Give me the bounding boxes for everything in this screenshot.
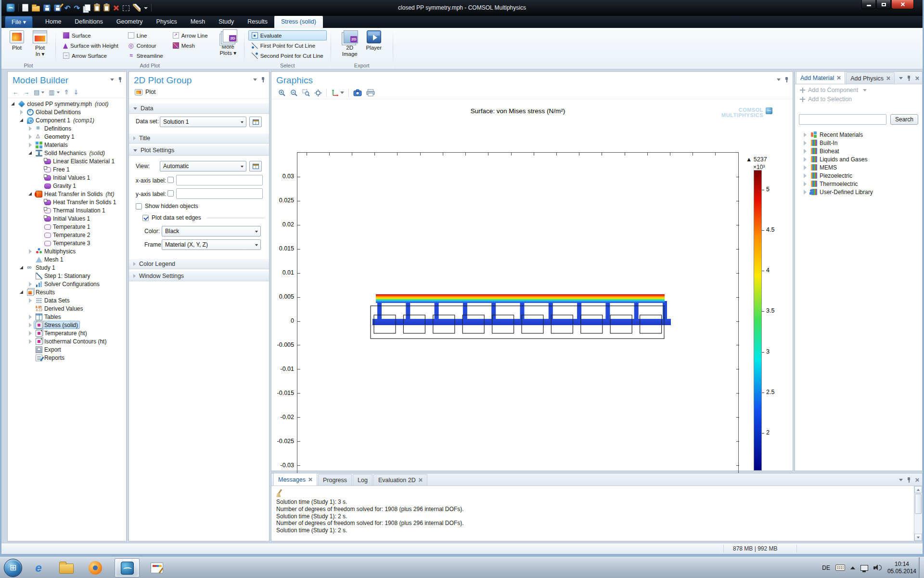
tree-item[interactable]: Thermal Insulation 1 [8,206,126,214]
save-icon[interactable] [43,4,51,12]
tree-item[interactable]: Initial Values 1 [8,173,126,182]
section-plot-settings[interactable]: Plot Settings [129,145,269,156]
show-menu-icon[interactable]: ▥ [49,89,54,96]
scrollbar-thumb[interactable] [915,494,922,514]
network-icon[interactable] [860,565,868,571]
panel-menu-icon[interactable] [110,79,114,81]
volume-icon[interactable] [873,565,882,571]
settings-plot-button[interactable]: Plot [129,87,269,99]
line-button[interactable]: Line [125,30,167,40]
panel-menu-icon[interactable] [777,79,781,81]
panel-menu-icon[interactable] [899,77,903,79]
tree-item[interactable]: Multiphysics [8,247,126,255]
zoom-extents-icon[interactable] [314,89,322,97]
tree-item[interactable]: Materials [8,141,126,149]
frame-combo[interactable]: Material (X, Y, Z) [162,239,261,250]
customize-toolbar-dropdown-icon[interactable] [144,7,148,9]
tab-messages[interactable]: Messages [273,473,317,486]
tree-item[interactable]: closed PP symmetry.mph(root) [8,100,126,108]
close-tab-icon[interactable] [836,76,841,80]
material-library-item[interactable]: MEMS [797,163,920,171]
taskbar-windows-explorer[interactable] [56,558,77,578]
expand-arrow-icon[interactable] [19,110,24,115]
expand-arrow-icon[interactable] [28,339,33,344]
show-hidden-checkbox[interactable] [136,203,142,210]
axis-orientation-icon[interactable] [331,89,344,97]
taskbar-paint[interactable] [146,558,167,578]
delete-icon[interactable] [113,5,119,11]
mesh-plot-button[interactable]: Mesh [169,40,211,51]
y-axis-label-checkbox[interactable] [167,190,174,197]
clock[interactable]: 10:14 05.05.2014 [887,561,916,575]
material-library-item[interactable]: Built-In [797,139,920,147]
expand-arrow-icon[interactable] [803,165,808,170]
view-button[interactable] [249,161,262,171]
pin-icon[interactable] [261,77,265,83]
data-set-table-button[interactable] [249,117,262,127]
first-point-cut-line-button[interactable]: First Point for Cut Line [248,40,327,51]
undo-icon[interactable]: ↶ [64,4,71,12]
start-button[interactable]: ⊞ [4,559,22,577]
tree-item[interactable]: Heat Transfer in Solids 1 [8,198,126,206]
x-axis-label-input[interactable] [176,175,263,185]
pin-icon[interactable] [118,77,122,83]
streamline-button[interactable]: ≈Streamline [125,51,167,61]
tree-item[interactable]: Data Sets [8,296,126,304]
plot-button[interactable]: Plot [5,29,28,51]
arrow-line-button[interactable]: Arrow Line [169,30,211,40]
tree-item[interactable]: Temperature 1 [8,223,126,231]
data-set-combo[interactable]: Solution 1 [160,117,246,127]
taskbar-firefox[interactable] [85,558,106,578]
expand-arrow-icon[interactable] [19,265,24,270]
ribbon-tab-study[interactable]: Study [212,16,241,28]
tree-item[interactable]: Reports [8,354,126,362]
tab-log[interactable]: Log [353,474,372,486]
material-library-item[interactable]: Bioheat [797,147,920,155]
y-axis-label-input[interactable] [176,188,263,199]
expand-arrow-icon[interactable] [803,149,808,154]
tree-item[interactable]: Mesh 1 [8,255,126,263]
tree-item[interactable]: Temperature 3 [8,239,126,247]
scroll-down-icon[interactable] [914,534,922,541]
expand-arrow-icon[interactable] [19,290,24,295]
ribbon-tab-geometry[interactable]: Geometry [110,16,150,28]
tree-item[interactable]: Isothermal Contours (ht) [8,337,126,345]
redo-icon[interactable]: ↷ [74,4,80,12]
close-tab-icon[interactable] [308,477,312,482]
expand-arrow-icon[interactable] [28,282,33,287]
tree-item[interactable]: Temperature 2 [8,231,126,239]
paste-icon[interactable] [94,4,100,12]
taskbar-internet-explorer[interactable]: e [28,558,49,578]
clear-brush-icon[interactable] [133,4,141,12]
close-tab-icon[interactable] [418,478,423,482]
snapshot-camera-icon[interactable] [353,89,362,96]
section-window-settings[interactable]: Window Settings [129,271,269,281]
expand-arrow-icon[interactable] [11,102,15,106]
tree-item[interactable]: Global Definitions [8,108,126,116]
language-indicator[interactable]: DE [822,565,830,571]
material-library-item[interactable]: Thermoelectric [797,180,920,188]
plot-region[interactable]: Surface: von Mises stress (N/m²) COMSOL … [271,104,793,471]
expand-arrow-icon[interactable] [28,315,33,319]
second-point-cut-line-button[interactable]: Second Point for Cut Line [248,51,327,61]
plot-edges-checkbox[interactable] [142,215,149,221]
show-desktop-button[interactable] [919,557,924,578]
ribbon-tab-home[interactable]: Home [38,16,68,28]
pin-icon[interactable] [907,477,911,483]
tab-add-physics[interactable]: Add Physics [846,72,895,84]
move-up-icon[interactable]: ⇑ [64,89,69,96]
tree-item[interactable]: Export [8,345,126,354]
scroll-up-icon[interactable] [914,486,922,493]
panel-menu-icon[interactable] [899,479,903,481]
expand-arrow-icon[interactable] [28,126,33,131]
tree-item[interactable]: Temperature (ht) [8,329,126,337]
tree-item[interactable]: Study 1 [8,263,126,272]
expand-arrow-icon[interactable] [28,143,33,147]
expand-arrow-icon[interactable] [28,192,33,197]
material-search-input[interactable] [799,114,886,125]
tree-item[interactable]: Initial Values 1 [8,214,126,223]
tree-item[interactable]: Definitions [8,124,126,132]
expand-arrow-icon[interactable] [28,151,33,156]
tree-item[interactable]: Step 1: Stationary [8,272,126,280]
surface-button[interactable]: Surface [60,30,122,40]
